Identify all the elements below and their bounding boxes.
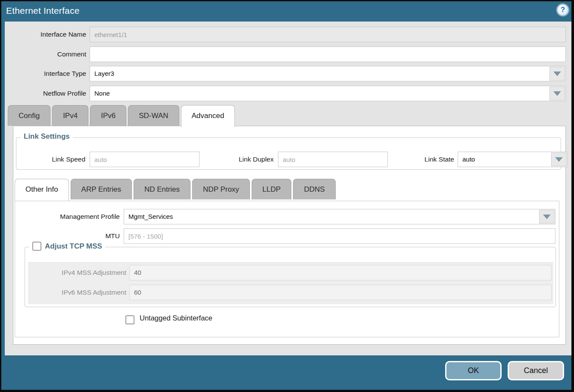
main-tab-strip: Config IPv4 IPv6 SD-WAN Advanced (8, 105, 235, 127)
interface-type-dropdown[interactable]: Layer3 (90, 66, 566, 81)
ipv6-mss-input: 60 (129, 285, 552, 300)
tab-nd-entries[interactable]: ND Entries (134, 179, 190, 199)
dialog-footer: OK Cancel (1, 355, 571, 390)
untagged-subinterface-checkbox[interactable] (125, 315, 134, 324)
link-state-dropdown[interactable]: auto (458, 152, 568, 167)
link-state-value: auto (462, 152, 549, 167)
link-settings-fieldset: Link Settings Link Speed Link Duplex Lin… (16, 137, 561, 170)
link-duplex-label: Link Duplex (218, 152, 274, 167)
link-settings-legend: Link Settings (21, 132, 73, 141)
interface-name-label: Interface Name (13, 27, 86, 42)
ok-button[interactable]: OK (445, 361, 502, 380)
link-duplex-input[interactable] (278, 152, 388, 167)
ipv4-mss-label: IPv4 MSS Adjustment (34, 265, 126, 280)
management-profile-dropdown-button[interactable] (539, 210, 555, 224)
dialog-frame: Ethernet Interface ? Interface Name Comm… (1, 1, 571, 390)
netflow-profile-dropdown[interactable]: None (90, 86, 566, 101)
title-bar: Ethernet Interface ? (1, 1, 571, 22)
comment-field[interactable] (90, 47, 566, 62)
adjust-tcp-mss-fieldset: Adjust TCP MSS IPv4 MSS Adjustment 40 IP… (25, 247, 556, 307)
interface-name-field (90, 27, 566, 42)
untagged-subinterface-label: Untagged Subinterface (140, 314, 212, 322)
chevron-down-icon (553, 72, 561, 76)
link-state-label: Link State (398, 152, 454, 167)
interface-type-value: Layer3 (94, 66, 547, 81)
ipv6-mss-label: IPv6 MSS Adjustment (34, 285, 126, 300)
interface-type-label: Interface Type (13, 66, 86, 81)
adjust-tcp-mss-checkbox[interactable] (32, 242, 41, 251)
mtu-input[interactable] (124, 228, 555, 244)
sub-tab-strip: Other Info ARP Entries ND Entries NDP Pr… (15, 179, 336, 201)
chevron-down-icon (553, 91, 561, 96)
interface-type-dropdown-button[interactable] (549, 67, 565, 81)
other-info-panel: Management Profile Mgmt_Services MTU Adj… (15, 201, 559, 337)
tab-advanced[interactable]: Advanced (181, 105, 235, 127)
link-state-dropdown-button[interactable] (551, 152, 567, 166)
cancel-button[interactable]: Cancel (508, 361, 564, 380)
management-profile-dropdown[interactable]: Mgmt_Services (124, 209, 555, 224)
netflow-profile-dropdown-button[interactable] (549, 87, 565, 100)
ipv4-mss-input: 40 (129, 265, 552, 280)
comment-label: Comment (13, 47, 86, 62)
ethernet-interface-dialog: Ethernet Interface ? Interface Name Comm… (0, 0, 574, 392)
help-icon[interactable]: ? (557, 4, 569, 16)
tab-ipv6[interactable]: IPv6 (90, 105, 126, 126)
netflow-profile-value: None (94, 86, 547, 101)
adjust-tcp-mss-legend: Adjust TCP MSS (29, 242, 105, 251)
dialog-title: Ethernet Interface (6, 6, 80, 16)
tab-arp-entries[interactable]: ARP Entries (71, 179, 132, 199)
netflow-profile-label: Netflow Profile (13, 86, 86, 101)
link-speed-label: Link Speed (29, 152, 85, 167)
adjust-tcp-mss-legend-text: Adjust TCP MSS (45, 242, 102, 251)
management-profile-label: Management Profile (32, 209, 120, 224)
advanced-tab-panel: Link Settings Link Speed Link Duplex Lin… (13, 126, 566, 345)
tab-ndp-proxy[interactable]: NDP Proxy (192, 179, 250, 199)
management-profile-value: Mgmt_Services (128, 209, 537, 224)
tab-other-info[interactable]: Other Info (15, 179, 69, 201)
chevron-down-icon (543, 215, 551, 219)
dialog-body: Interface Name Comment Interface Type La… (5, 22, 571, 355)
tab-lldp[interactable]: LLDP (252, 179, 292, 199)
chevron-down-icon (555, 157, 563, 162)
tab-config[interactable]: Config (8, 105, 50, 126)
link-speed-input[interactable] (90, 152, 200, 167)
tab-sdwan[interactable]: SD-WAN (128, 105, 179, 126)
tab-ddns[interactable]: DDNS (293, 179, 335, 199)
tab-ipv4[interactable]: IPv4 (52, 105, 88, 126)
